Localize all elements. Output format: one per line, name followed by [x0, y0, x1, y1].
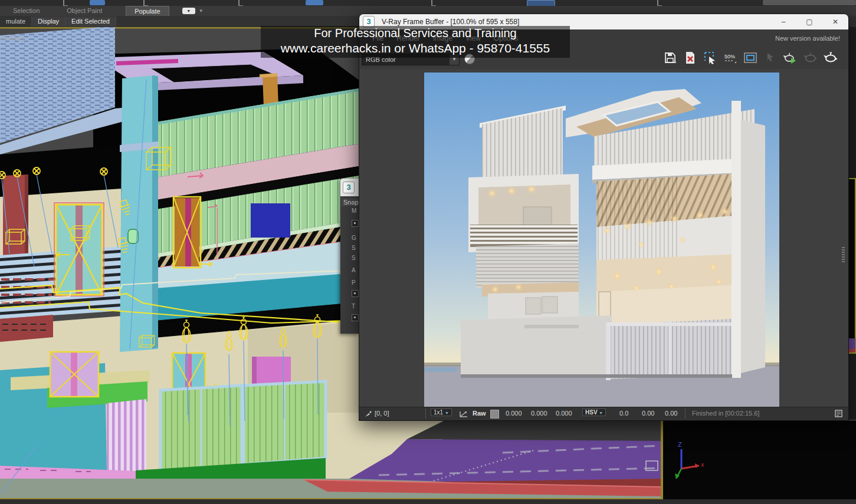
pick-pixel-icon[interactable] — [763, 51, 778, 65]
pixel-probe-icon[interactable] — [364, 410, 372, 418]
axis-x-label: x — [701, 461, 704, 468]
curve-icon[interactable] — [460, 410, 468, 417]
snap-item-label: P — [352, 279, 356, 286]
scrollbar-fragment[interactable] — [763, 0, 856, 5]
raw-b-value: 0.000 — [556, 410, 572, 417]
clear-image-icon[interactable] — [683, 51, 697, 65]
rendered-image[interactable] — [424, 73, 779, 407]
chevron-down-icon: ▼ — [199, 8, 204, 14]
ribbon-tab-object-paint[interactable]: Object Paint — [58, 6, 110, 16]
ribbon-panel-edit-selected[interactable]: Edit Selected — [65, 17, 116, 27]
close-button[interactable]: ✕ — [822, 14, 848, 29]
render-last-icon[interactable] — [783, 51, 798, 65]
pixel-ratio-value: 1x1 — [434, 409, 443, 416]
vray-frame-buffer-window[interactable]: 3 V-Ray Frame Buffer - [100.0% of 595 x … — [359, 14, 849, 421]
raw-color-swatch[interactable] — [490, 410, 499, 419]
region-render-icon[interactable] — [703, 51, 717, 65]
panel-splitter-grip[interactable] — [842, 247, 845, 262]
divider — [685, 409, 686, 419]
ribbon-panel-simulate[interactable]: mulate — [0, 17, 32, 27]
ribbon-tab-selection[interactable]: Selection — [5, 6, 48, 16]
ribbon-tab-populate[interactable]: Populate — [126, 6, 169, 17]
hsv-label: HSV — [585, 409, 598, 416]
window-title: V-Ray Frame Buffer - [100.0% of 595 x 55… — [382, 18, 519, 26]
zoom-level-icon[interactable]: 50% — [723, 51, 737, 65]
pixel-ratio-dropdown[interactable]: 1x1 ▼ — [431, 409, 452, 416]
stamp-icon[interactable] — [835, 410, 842, 417]
vfb-status-bar: [0, 0] 1x1 ▼ Raw 0.000 0.000 0.000 HSV ▼… — [359, 407, 848, 420]
watermark-caption: For Professional Services and Training w… — [261, 26, 570, 58]
snap-item-label: T — [352, 303, 355, 309]
render-finished-time: Finished in [00:02:15.6] — [692, 410, 759, 417]
render-dim-icon[interactable] — [803, 51, 818, 65]
toolbar-icon-fragment — [306, 0, 323, 5]
hsv-v-value: 0.00 — [665, 410, 677, 417]
toolbar-icon-fragment — [90, 0, 105, 5]
raw-r-value: 0.000 — [506, 410, 522, 417]
divider — [425, 409, 426, 419]
raw-g-value: 0.000 — [531, 410, 547, 417]
snap-item-label: S — [352, 245, 356, 251]
caption-line1: For Professional Services and Training — [261, 27, 570, 40]
ribbon-config-dropdown[interactable]: ▼ ▼ — [182, 8, 204, 14]
display-correction-icon[interactable] — [743, 51, 757, 65]
snap-dialog-titlebar[interactable]: 3 — [340, 179, 359, 196]
axis-z-label: Z — [678, 441, 682, 448]
secondary-viewport[interactable]: Z x — [663, 413, 856, 499]
snap-item-label: S — [352, 255, 356, 261]
snap-dialog-tab[interactable]: Snap — [342, 198, 360, 206]
ribbon-panel-display[interactable]: Display — [32, 17, 65, 27]
new-version-notice[interactable]: New version available! — [775, 35, 840, 42]
gate-right — [244, 381, 326, 465]
svg-text:50%: 50% — [724, 54, 735, 60]
hsv-dropdown[interactable]: HSV ▼ — [582, 409, 606, 416]
ribbon-config-icon: ▼ — [182, 8, 195, 14]
viewport-shading-label[interactable]: hading ] — [1, 34, 24, 41]
hsv-s-value: 0.00 — [642, 410, 654, 417]
maximize-button[interactable]: ▢ — [796, 14, 822, 29]
blue-window — [251, 203, 290, 238]
snap-item-label: A — [352, 267, 356, 274]
save-image-icon[interactable] — [663, 51, 677, 65]
snap-checkbox[interactable] — [352, 290, 359, 297]
cropped-toolbar-strip — [0, 0, 856, 6]
grid-snap-settings-dialog[interactable]: 3 Snap M G S S A P T — [340, 179, 359, 334]
pixel-coords: [0, 0] — [375, 410, 389, 417]
bottom-edge-bar — [0, 499, 856, 504]
viewport-active-border-right — [661, 420, 663, 499]
caption-line2: www.careerhacks.in or WhatsApp - 95870-4… — [261, 41, 570, 55]
vray-render — [424, 73, 779, 407]
hsv-h-value: 0.0 — [619, 410, 628, 417]
minimize-button[interactable]: – — [770, 14, 796, 29]
snap-checkbox[interactable] — [352, 220, 359, 227]
snap-item-label: G — [352, 235, 356, 241]
snap-item-label: M — [352, 207, 356, 214]
raw-label: Raw — [473, 410, 486, 417]
render-icon[interactable] — [824, 51, 838, 65]
snap-checkbox[interactable] — [352, 314, 359, 321]
right-edge-sliver — [848, 0, 856, 420]
desktop-screenshot: Z x Selection Object Paint Populate ▼ ▼ — [0, 0, 856, 504]
3dsmax-icon: 3 — [343, 182, 355, 193]
